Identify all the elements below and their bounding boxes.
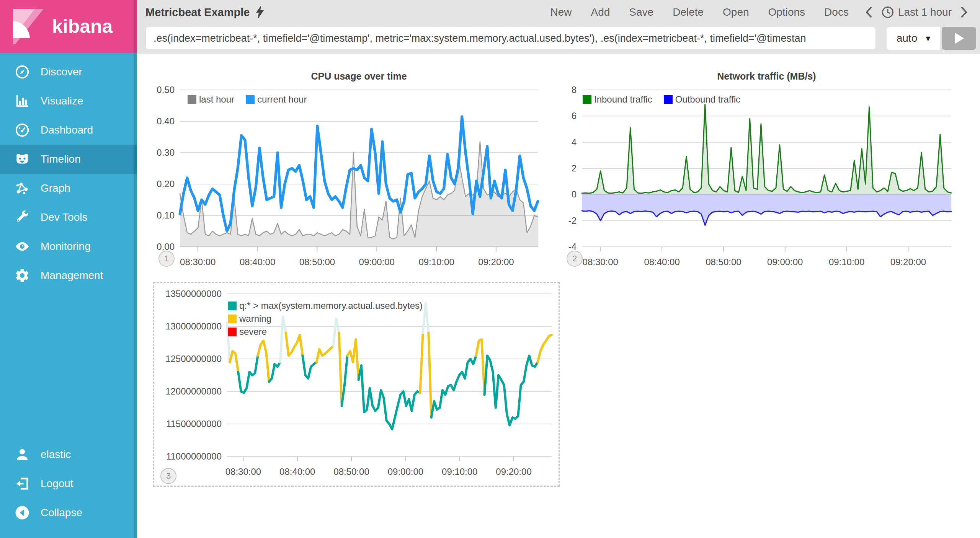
- chevron-down-icon: ▾: [926, 33, 930, 44]
- legend-label: current hour: [257, 94, 307, 105]
- legend-item: Inbound traffic: [583, 93, 652, 106]
- legend-label: Inbound traffic: [594, 94, 652, 105]
- menu-item-options[interactable]: Options: [759, 6, 815, 18]
- menu-item-docs[interactable]: Docs: [815, 6, 858, 18]
- svg-text:08:30:00: 08:30:00: [180, 257, 216, 267]
- chevron-left-icon: [864, 6, 873, 19]
- chevron-right-icon: [960, 6, 969, 19]
- menu-item-delete[interactable]: Delete: [663, 6, 713, 18]
- legend-item: warning: [228, 312, 271, 325]
- legend-swatch-icon: [188, 95, 196, 104]
- chart-legend: Inbound trafficOutbound traffic: [583, 93, 752, 106]
- sidebar-item-timelion[interactable]: Timelion: [0, 145, 137, 174]
- legend-label: severe: [239, 326, 267, 337]
- sidebar-item-dashboard[interactable]: Dashboard: [0, 116, 137, 145]
- timelion-query-input[interactable]: [145, 27, 876, 50]
- legend-item: q:* > max(system.memory.actual.used.byte…: [228, 299, 423, 312]
- sidebar-item-dev-tools[interactable]: Dev Tools: [0, 203, 137, 232]
- sidebar-item-label: Timelion: [41, 153, 81, 165]
- sidebar-item-label: Monitoring: [41, 240, 91, 253]
- sidebar-item-visualize[interactable]: Visualize: [0, 86, 137, 116]
- svg-text:08:50:00: 08:50:00: [333, 466, 369, 477]
- chart-cpu-usage[interactable]: 0.000.100.200.300.400.5008:30:0008:40:00…: [153, 67, 551, 276]
- sidebar-item-monitoring[interactable]: Monitoring: [0, 232, 137, 261]
- sidebar-item-discover[interactable]: Discover: [0, 57, 137, 86]
- sidebar-item-label: Management: [41, 269, 103, 282]
- sidebar-nav: DiscoverVisualizeDashboardTimelionGraphD…: [0, 57, 137, 290]
- sidebar-item-management[interactable]: Management: [0, 261, 137, 290]
- sidebar-footer-item-logout[interactable]: Logout: [0, 469, 137, 498]
- svg-text:8: 8: [572, 85, 577, 95]
- legend-label: q:* > max(system.memory.actual.used.byte…: [239, 300, 423, 311]
- user-icon: [14, 446, 31, 463]
- legend-item: current hour: [246, 93, 307, 106]
- sidebar-footer-item-collapse[interactable]: Collapse: [0, 498, 137, 527]
- sidebar-item-graph[interactable]: Graph: [0, 174, 137, 203]
- menu-item-add[interactable]: Add: [581, 6, 620, 18]
- time-picker[interactable]: Last 1 hour: [879, 6, 954, 19]
- legend-swatch-icon: [246, 95, 255, 104]
- chart-title: Network traffic (MB/s): [582, 71, 951, 82]
- chart-memory-used[interactable]: 1100000000011500000000120000000001250000…: [153, 282, 560, 487]
- svg-text:09:10:00: 09:10:00: [418, 257, 454, 267]
- sidebar-footer-item-elastic[interactable]: elastic: [0, 440, 137, 469]
- page-title: Metricbeat Example: [145, 6, 250, 19]
- legend-swatch-icon: [228, 302, 237, 310]
- kibana-logo[interactable]: kibana: [0, 0, 137, 53]
- svg-text:09:00:00: 09:00:00: [359, 257, 395, 267]
- wrench-icon: [14, 209, 31, 226]
- svg-text:0.30: 0.30: [157, 147, 175, 158]
- svg-text:0: 0: [572, 189, 577, 199]
- interval-select[interactable]: auto ▾: [887, 27, 940, 50]
- svg-text:09:20:00: 09:20:00: [496, 466, 531, 477]
- svg-text:12500000000: 12500000000: [165, 354, 222, 364]
- svg-text:4: 4: [572, 137, 577, 147]
- sidebar-item-label: Dev Tools: [41, 211, 87, 223]
- chart-number-badge: 1: [158, 251, 175, 267]
- svg-text:0.10: 0.10: [157, 210, 175, 220]
- timelion-icon: [14, 151, 31, 168]
- svg-text:-2: -2: [568, 215, 577, 226]
- graph-icon: [14, 180, 31, 197]
- legend-swatch-icon: [228, 328, 237, 336]
- run-query-button[interactable]: [942, 27, 976, 50]
- svg-text:09:10:00: 09:10:00: [442, 466, 477, 477]
- dashboard-icon: [14, 122, 31, 139]
- play-icon: [953, 32, 965, 45]
- svg-text:13500000000: 13500000000: [165, 289, 222, 299]
- svg-text:2: 2: [572, 163, 577, 173]
- sidebar: kibana DiscoverVisualizeDashboardTimelio…: [0, 0, 137, 538]
- menu-item-new[interactable]: New: [541, 6, 581, 18]
- interval-value: auto: [897, 32, 918, 44]
- svg-text:08:40:00: 08:40:00: [279, 466, 315, 477]
- clock-icon: [881, 6, 894, 19]
- lightning-icon: [255, 5, 265, 19]
- sidebar-item-label: elastic: [41, 448, 71, 461]
- gear-icon: [14, 267, 31, 284]
- sidebar-item-label: Logout: [41, 478, 74, 490]
- query-bar: auto ▾: [145, 27, 976, 50]
- time-forward-button[interactable]: [954, 6, 975, 19]
- svg-text:08:40:00: 08:40:00: [644, 257, 679, 267]
- kibana-logo-text: kibana: [52, 15, 113, 37]
- svg-text:12000000000: 12000000000: [165, 386, 222, 396]
- menu-item-save[interactable]: Save: [619, 6, 663, 18]
- compass-icon: [14, 64, 31, 80]
- svg-text:08:30:00: 08:30:00: [583, 257, 618, 267]
- legend-item: Outbound traffic: [664, 93, 740, 106]
- svg-text:0.20: 0.20: [157, 179, 175, 189]
- bar-chart-icon: [14, 93, 31, 109]
- sidebar-item-label: Graph: [41, 182, 70, 194]
- time-back-button[interactable]: [858, 6, 879, 19]
- menu-item-open[interactable]: Open: [713, 6, 759, 18]
- svg-text:0.40: 0.40: [157, 116, 175, 126]
- svg-text:08:40:00: 08:40:00: [240, 257, 275, 267]
- svg-text:09:00:00: 09:00:00: [388, 466, 423, 477]
- sidebar-footer: elasticLogoutCollapse: [0, 440, 137, 527]
- chart-legend: last hourcurrent hour: [188, 93, 318, 106]
- sidebar-item-label: Dashboard: [41, 124, 93, 136]
- chart-title: CPU usage over time: [180, 71, 538, 82]
- sidebar-item-label: Collapse: [41, 507, 82, 519]
- chart-network-traffic[interactable]: -4-20246808:30:0008:40:0008:50:0009:00:0…: [567, 67, 969, 276]
- legend-item: last hour: [188, 93, 234, 106]
